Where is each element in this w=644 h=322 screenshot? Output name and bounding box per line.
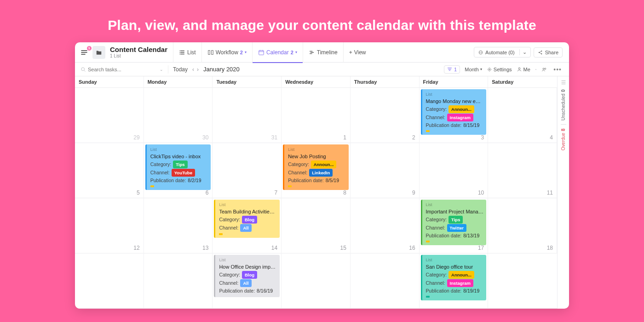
calendar-cell[interactable] — [144, 253, 213, 309]
task-card[interactable]: ListHow Office Design impacts PrCategory… — [214, 255, 280, 297]
calendar-cell[interactable] — [75, 253, 144, 309]
task-card[interactable]: ListTeam Building Activities: 25 ECatego… — [214, 200, 280, 238]
date-number: 13 — [202, 245, 208, 251]
me-button[interactable]: Me — [517, 67, 530, 72]
search-input-wrap[interactable]: ⌄ — [80, 67, 163, 72]
category-pill: Announ... — [448, 271, 474, 279]
share-icon — [538, 50, 543, 55]
calendar-cell[interactable]: 13 — [144, 198, 213, 253]
day-header: Saturday — [488, 76, 557, 87]
calendar-cell[interactable]: 15 — [282, 198, 351, 253]
calendar-cell[interactable]: 29 — [75, 88, 144, 143]
calendar-count: 2 — [291, 50, 293, 55]
calendar-cell[interactable]: ListSan Diego office tourCategory: Annou… — [420, 253, 489, 309]
date-number: 29 — [133, 134, 139, 141]
card-list-label: List — [426, 201, 484, 208]
page-subtitle: 1 List — [110, 53, 167, 59]
calendar-cell[interactable]: 4 — [488, 88, 557, 143]
card-list-label: List — [219, 257, 277, 264]
date-number: 31 — [271, 134, 277, 141]
svg-point-12 — [543, 68, 544, 69]
card-title: How Office Design impacts Pr — [219, 264, 277, 270]
next-month-button[interactable]: › — [197, 66, 199, 73]
tab-calendar[interactable]: Calendar 2 ▾ — [252, 42, 303, 63]
calendar-cell[interactable]: ListImportant Project ManagementCategory… — [420, 198, 489, 253]
priority-flag — [150, 185, 154, 187]
calendar-cell[interactable]: 2 — [351, 88, 420, 143]
prev-month-button[interactable]: ‹ — [192, 66, 194, 73]
priority-flag — [219, 233, 223, 235]
calendar-cell[interactable]: ListMango Monday new employeeCategory: A… — [420, 88, 489, 143]
calendar-cell[interactable] — [351, 253, 420, 309]
assignees-button[interactable] — [541, 67, 547, 72]
calendar-cell[interactable]: 30 — [144, 88, 213, 143]
top-toolbar: 1 Content Calendar 1 List List Workflow … — [75, 42, 569, 63]
settings-button[interactable]: Settings — [487, 67, 512, 72]
task-card[interactable]: ListImportant Project ManagementCategory… — [421, 200, 487, 245]
notification-badge: 1 — [87, 46, 92, 51]
calendar-cell[interactable] — [488, 253, 557, 309]
calendar-cell[interactable]: 18 — [488, 198, 557, 253]
search-input[interactable] — [88, 67, 143, 72]
automate-button[interactable]: Automate (0) ⌄ — [474, 47, 531, 58]
date-number: 5 — [137, 190, 140, 196]
calendar-cell[interactable]: ListHow Office Design impacts PrCategory… — [213, 253, 282, 309]
chevron-down-icon[interactable]: ⌄ — [160, 67, 163, 72]
calendar-cell[interactable] — [282, 253, 351, 309]
side-rail: Unscheduled 0 Overdue 8 — [557, 76, 569, 309]
day-header: Monday — [144, 76, 213, 87]
tab-workflow[interactable]: Workflow 2 ▾ — [201, 42, 252, 63]
svg-rect-2 — [259, 50, 264, 55]
card-title: New Job Posting — [288, 153, 346, 160]
calendar-cell[interactable]: ListNew Job PostingCategory: Announ...Ch… — [282, 143, 351, 198]
workflow-icon — [207, 49, 214, 56]
calendar-cell[interactable]: 5 — [75, 143, 144, 198]
calendar-cell[interactable]: ListClickTips video - inboxCategory: Tip… — [144, 143, 213, 198]
calendar-cell[interactable]: 1 — [282, 88, 351, 143]
channel-pill: All — [240, 279, 251, 287]
category-pill: Tips — [173, 161, 187, 168]
date-number: 12 — [133, 245, 139, 251]
overdue-toggle[interactable]: Overdue 8 — [561, 128, 566, 150]
date-number: 6 — [206, 190, 209, 196]
card-title: San Diego office tour — [426, 264, 484, 270]
unscheduled-toggle[interactable]: Unscheduled 0 — [561, 89, 566, 121]
calendar-cell[interactable]: 12 — [75, 198, 144, 253]
svg-point-9 — [81, 67, 85, 70]
task-card[interactable]: ListNew Job PostingCategory: Announ...Ch… — [283, 144, 349, 190]
hamburger-icon — [80, 49, 88, 56]
gear-icon — [487, 67, 492, 72]
card-title: Team Building Activities: 25 E — [219, 208, 277, 215]
tab-list[interactable]: List — [173, 42, 201, 63]
task-card[interactable]: ListSan Diego office tourCategory: Annou… — [421, 255, 487, 300]
drawer-icon[interactable] — [560, 79, 567, 86]
calendar-cell[interactable]: 9 — [351, 143, 420, 198]
calendar-cell[interactable]: 11 — [488, 143, 557, 198]
calendar-cell[interactable]: 31 — [213, 88, 282, 143]
today-button[interactable]: Today — [173, 66, 188, 73]
calendar-cell[interactable]: ListTeam Building Activities: 25 ECatego… — [213, 198, 282, 253]
filter-button[interactable]: 1 — [444, 65, 460, 74]
calendar-cell[interactable]: 16 — [351, 198, 420, 253]
tab-timeline[interactable]: Timeline — [303, 42, 343, 63]
category-pill: Blog — [242, 216, 257, 224]
filter-icon — [447, 67, 452, 72]
person-icon — [517, 67, 522, 72]
svg-rect-0 — [208, 50, 210, 54]
calendar-grid: SundayMondayTuesdayWednesdayThursdayFrid… — [75, 76, 557, 309]
add-view[interactable]: + View — [343, 42, 372, 63]
card-title: Important Project Management — [426, 208, 484, 215]
share-button[interactable]: Share — [534, 47, 563, 58]
folder-button[interactable] — [92, 46, 105, 59]
svg-point-4 — [480, 52, 481, 53]
chevron-down-icon[interactable]: ⌄ — [519, 49, 527, 55]
view-mode-select[interactable]: Month▾ — [465, 67, 482, 72]
calendar-cell[interactable]: 10 — [420, 143, 489, 198]
more-button[interactable]: ••• — [552, 66, 564, 73]
task-card[interactable]: ListMango Monday new employeeCategory: A… — [421, 89, 487, 135]
menu-button[interactable]: 1 — [79, 47, 90, 58]
calendar-cell[interactable]: 7 — [213, 143, 282, 198]
task-card[interactable]: ListClickTips video - inboxCategory: Tip… — [145, 144, 211, 190]
date-number: 4 — [550, 134, 553, 141]
card-list-label: List — [426, 91, 484, 98]
